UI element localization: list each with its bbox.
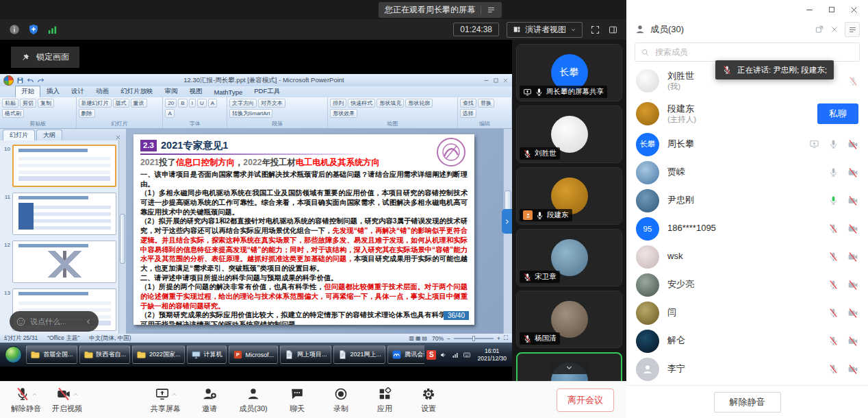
toolbar-item-mic-off[interactable]: 解除静音 <box>10 386 42 414</box>
mic-muted-icon[interactable] <box>828 364 839 374</box>
ppt-tab-0[interactable]: 开始 <box>15 86 40 97</box>
ribbon-button[interactable]: 文字方向 <box>229 99 257 108</box>
ribbon-button[interactable]: 删除 <box>79 109 95 118</box>
member-row[interactable]: 闫 <box>626 299 868 327</box>
mic-icon[interactable] <box>828 167 839 177</box>
ribbon-button[interactable]: 形状效果 <box>330 109 357 118</box>
taskbar-item[interactable]: 首届全国... <box>26 345 77 364</box>
member-row[interactable]: 安少亮 <box>626 271 868 299</box>
viewing-banner[interactable]: 您正在观看周长攀的屏幕 <box>379 2 502 18</box>
member-row[interactable]: 贾嵘 <box>626 158 868 186</box>
view-buttons[interactable]: ▥▦▤ <box>409 335 429 341</box>
panel-close-icon[interactable] <box>113 134 123 140</box>
camera-off-icon[interactable] <box>847 223 858 234</box>
leave-meeting-button[interactable]: 离开会议 <box>557 389 614 412</box>
mic-muted-icon[interactable] <box>828 308 839 318</box>
start-button[interactable] <box>5 346 22 363</box>
camera-off-icon[interactable] <box>847 280 858 291</box>
member-row[interactable]: 解仑 <box>626 327 868 355</box>
sogou-tray-icon[interactable]: S <box>426 350 436 360</box>
taskbar-item[interactable]: 2021网上... <box>333 345 386 364</box>
camera-off-icon[interactable] <box>847 336 858 347</box>
camera-off-icon[interactable] <box>847 195 858 206</box>
save-icon[interactable] <box>16 77 24 84</box>
ribbon-button[interactable]: 新建幻灯片 <box>79 99 112 108</box>
mic-muted-icon[interactable] <box>828 251 839 262</box>
camera-off-icon[interactable] <box>847 139 858 150</box>
toolbar-item-invite[interactable]: 邀请 <box>193 386 226 414</box>
ribbon-button[interactable]: 查找 <box>460 99 476 108</box>
ribbon-button[interactable]: 20 <box>165 99 177 108</box>
ribbon-button[interactable]: I <box>189 99 196 108</box>
ribbon-button[interactable]: 重设 <box>131 99 147 108</box>
more-videos-button[interactable] <box>550 360 589 374</box>
slide-thumbnail[interactable]: 10 <box>1 145 116 187</box>
member-row[interactable]: 尹忠刚 <box>626 186 868 214</box>
ribbon-button[interactable]: A <box>208 99 217 108</box>
ppt-close-icon[interactable] <box>502 77 509 84</box>
member-row[interactable]: 长攀周长攀 <box>626 130 868 158</box>
ribbon-button[interactable]: 形状轮廓 <box>405 99 433 108</box>
banner-menu-icon[interactable] <box>487 5 496 14</box>
taskbar-item[interactable]: PMicrosof... <box>229 345 279 364</box>
mic-muted-icon[interactable] <box>828 280 839 290</box>
toolbar-item-member[interactable]: 成员(30) <box>237 386 270 414</box>
member-row[interactable]: 95186****1095 <box>626 214 868 243</box>
ppt-tab-3[interactable]: 动画 <box>90 86 114 97</box>
thumbnail-scrollbar[interactable] <box>118 140 126 334</box>
ribbon-button[interactable]: 格式刷 <box>2 109 24 118</box>
toggle-panel-icon[interactable] <box>608 25 618 35</box>
camera-off-icon[interactable] <box>847 251 858 262</box>
camera-off-icon[interactable] <box>847 308 858 319</box>
ribbon-button[interactable]: A <box>165 109 174 118</box>
input-method-icon[interactable] <box>463 351 471 359</box>
close-button[interactable] <box>850 5 858 14</box>
taskbar-clock[interactable]: 16:01 2021/12/30 <box>474 347 509 361</box>
ppt-tab-8[interactable]: PDF工具 <box>248 86 285 97</box>
collapse-chat-icon[interactable] <box>85 318 92 325</box>
ppt-tab-1[interactable]: 插入 <box>41 86 65 97</box>
video-tile[interactable]: 长攀周长攀的屏幕共享 <box>516 44 622 101</box>
emoji-icon[interactable] <box>16 317 26 327</box>
video-tile[interactable]: 段建东 <box>516 167 622 225</box>
private-chat-button[interactable]: 私聊 <box>817 103 858 124</box>
toolbar-item-gear[interactable]: 设置 <box>412 386 445 414</box>
tab-outline[interactable]: 大纲 <box>36 130 62 140</box>
video-tile[interactable]: 宋卫章 <box>516 229 622 286</box>
volume-icon[interactable] <box>439 351 448 359</box>
zoom-slider[interactable] <box>454 338 494 339</box>
meeting-security-icon[interactable] <box>27 23 40 36</box>
meeting-info-icon[interactable] <box>8 23 21 36</box>
mic-muted-icon[interactable] <box>828 223 839 234</box>
quick-chat[interactable]: 说点什么... <box>10 311 99 332</box>
ribbon-button[interactable]: 转换为SmartArt <box>229 109 273 118</box>
close-panel-icon[interactable] <box>830 25 839 34</box>
taskbar-item[interactable]: 腾讯会议 <box>387 345 424 364</box>
undo-icon[interactable] <box>27 77 34 84</box>
member-row[interactable]: wsk <box>626 243 868 271</box>
member-row[interactable]: 段建东(主持人)私聊 <box>626 97 868 130</box>
ppt-tab-6[interactable]: 视图 <box>184 86 208 97</box>
ppt-tab-2[interactable]: 设计 <box>66 86 90 97</box>
ribbon-button[interactable]: 形状填充 <box>376 99 404 108</box>
ribbon-button[interactable]: 排列 <box>330 99 346 108</box>
ribbon-button[interactable]: 对齐文本 <box>258 99 285 108</box>
minimize-button[interactable] <box>805 5 814 14</box>
ribbon-button[interactable]: U <box>197 99 207 108</box>
member-row[interactable]: 李宁 <box>626 355 868 383</box>
ribbon-button[interactable]: 版式 <box>113 99 129 108</box>
slide-thumbnail[interactable]: 11 <box>1 193 116 235</box>
video-tile[interactable]: 杨国清 <box>516 291 622 348</box>
video-tile[interactable]: 刘胜世 <box>516 106 622 163</box>
toolbar-item-apps[interactable]: 应用 <box>368 386 401 414</box>
ppt-maximize-icon[interactable] <box>493 77 499 84</box>
network-icon[interactable] <box>451 351 459 359</box>
unmute-button[interactable]: 解除静音 <box>714 392 781 413</box>
popout-panel-icon[interactable] <box>815 25 824 34</box>
office-button[interactable] <box>3 75 14 86</box>
redo-icon[interactable] <box>37 77 44 84</box>
zoom-out-icon[interactable]: − <box>447 335 450 342</box>
camera-off-icon[interactable] <box>847 167 858 178</box>
mic-muted-icon[interactable] <box>828 336 839 346</box>
fullscreen-icon[interactable] <box>590 25 600 35</box>
